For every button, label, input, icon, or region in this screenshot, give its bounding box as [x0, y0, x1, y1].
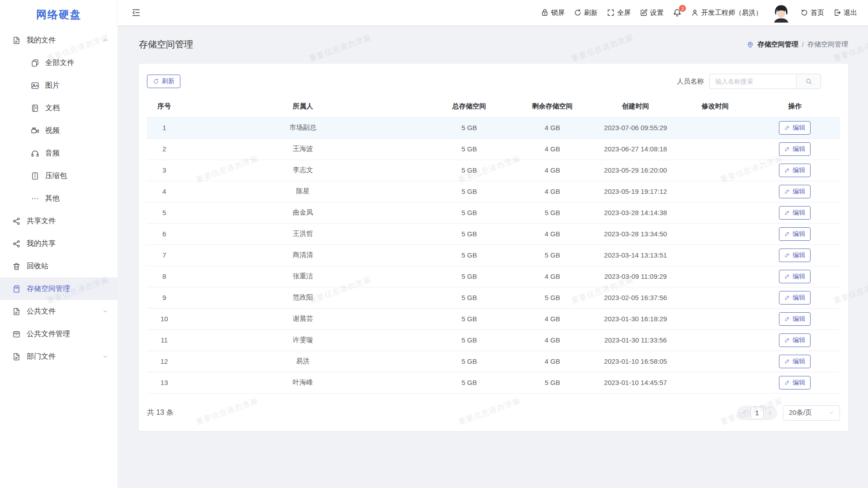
- chevron-up-icon: [102, 37, 108, 43]
- logout-button[interactable]: 退出: [833, 9, 857, 17]
- cell-modified-time: [680, 244, 750, 266]
- table-row[interactable]: 10 谢晨芸 5 GB 4 GB 2023-01-30 16:18:29 编辑: [147, 308, 840, 329]
- cell-modified-time: [680, 351, 750, 372]
- sidebar-item-my-shares[interactable]: 我的共享: [0, 232, 118, 255]
- cell-total-space: 5 GB: [424, 160, 514, 181]
- cell-owner: 易洪: [182, 351, 425, 372]
- cell-owner: 李志文: [182, 160, 425, 181]
- cell-created-time: 2023-05-19 19:17:12: [590, 181, 680, 202]
- cell-no: 11: [147, 329, 182, 351]
- logout-icon: [833, 9, 841, 17]
- lock-screen-button[interactable]: 锁屏: [541, 9, 565, 17]
- sidebar-item-videos[interactable]: 视频: [0, 119, 118, 142]
- edit-button[interactable]: 编辑: [779, 164, 811, 177]
- table-row[interactable]: 6 王洪哲 5 GB 4 GB 2023-03-28 13:34:50 编辑: [147, 223, 840, 244]
- refresh-button[interactable]: 刷新: [574, 9, 598, 17]
- page-size-select[interactable]: 20条/页: [783, 405, 840, 421]
- cell-created-time: 2023-01-30 16:18:29: [590, 308, 680, 329]
- table-body: 1 市场副总 5 GB 4 GB 2023-07-06 09:55:29 编辑 …: [147, 117, 840, 393]
- table-footer: 共 13 条 1 20条/页: [147, 405, 840, 421]
- sidebar-item-audio[interactable]: 音频: [0, 142, 118, 164]
- sidebar-item-archives[interactable]: 压缩包: [0, 164, 118, 187]
- pager-pill: 1: [737, 406, 777, 420]
- search-input[interactable]: [709, 74, 796, 89]
- search-label: 人员名称: [677, 77, 704, 86]
- edit-button[interactable]: 编辑: [779, 270, 811, 283]
- settings-button[interactable]: 设置: [640, 9, 664, 17]
- chevron-down-icon: [102, 353, 108, 360]
- cell-owner: 市场副总: [182, 117, 425, 138]
- user-avatar[interactable]: [771, 3, 791, 23]
- edit-button[interactable]: 编辑: [779, 333, 811, 347]
- refresh-button[interactable]: 刷新: [147, 75, 180, 88]
- cell-created-time: 2023-07-06 09:55:29: [590, 117, 680, 138]
- cell-owner: 许雯璇: [182, 329, 425, 351]
- cell-created-time: 2023-03-28 14:14:38: [590, 202, 680, 223]
- notifications-button[interactable]: 3: [673, 8, 682, 17]
- cell-created-time: 2023-03-09 11:09:29: [590, 266, 680, 287]
- cell-total-space: 5 GB: [424, 223, 514, 244]
- edit-button[interactable]: 编辑: [779, 291, 811, 305]
- edit-button[interactable]: 编辑: [779, 142, 811, 156]
- sidebar-item-recycle-bin[interactable]: 回收站: [0, 255, 118, 277]
- page-head: 存储空间管理 存储空间管理 / 存储空间管理: [139, 25, 848, 64]
- cell-created-time: 2023-01-10 16:58:05: [590, 351, 680, 372]
- table-row[interactable]: 5 曲金凤 5 GB 5 GB 2023-03-28 14:14:38 编辑: [147, 202, 840, 223]
- cell-total-space: 5 GB: [424, 287, 514, 308]
- sidebar-item-department-files[interactable]: 部门文件: [0, 345, 118, 368]
- breadcrumb-item[interactable]: 存储空间管理: [758, 40, 798, 49]
- cell-modified-time: [680, 202, 750, 223]
- edit-button[interactable]: 编辑: [779, 121, 811, 135]
- sidebar-item-all-files[interactable]: 全部文件: [0, 52, 118, 74]
- table-row[interactable]: 9 范政阳 5 GB 5 GB 2023-02-05 16:37:56 编辑: [147, 287, 840, 308]
- table-row[interactable]: 7 商清清 5 GB 5 GB 2023-03-14 13:13:51 编辑: [147, 244, 840, 266]
- edit-button[interactable]: 编辑: [779, 312, 811, 326]
- table-row[interactable]: 12 易洪 5 GB 4 GB 2023-01-10 16:58:05 编辑: [147, 351, 840, 372]
- table-row[interactable]: 8 张重洁 5 GB 4 GB 2023-03-09 11:09:29 编辑: [147, 266, 840, 287]
- edit-button[interactable]: 编辑: [779, 206, 811, 220]
- edit-button[interactable]: 编辑: [779, 249, 811, 262]
- edit-button[interactable]: 编辑: [779, 376, 811, 389]
- edit-button[interactable]: 编辑: [779, 227, 811, 241]
- cell-owner: 叶海峰: [182, 372, 425, 393]
- location-icon: [746, 41, 754, 48]
- sidebar-item-public-files[interactable]: 公共文件: [0, 300, 118, 323]
- current-page[interactable]: 1: [750, 407, 764, 419]
- sidebar-item-shared-files[interactable]: 共享文件: [0, 210, 118, 232]
- cell-total-space: 5 GB: [424, 372, 514, 393]
- collapse-sidebar-button[interactable]: [131, 8, 141, 18]
- sidebar-item-storage-management[interactable]: 存储空间管理: [0, 277, 118, 300]
- cell-total-space: 5 GB: [424, 308, 514, 329]
- sidebar-item-others[interactable]: 其他: [0, 187, 118, 210]
- table-row[interactable]: 13 叶海峰 5 GB 5 GB 2023-01-10 14:45:57 编辑: [147, 372, 840, 393]
- cell-actions: 编辑: [750, 372, 840, 393]
- sidebar-item-documents[interactable]: 文档: [0, 97, 118, 119]
- current-user[interactable]: 开发工程师（易洪）: [691, 9, 762, 17]
- fullscreen-button[interactable]: 全屏: [607, 9, 631, 17]
- file-icon: [12, 307, 21, 316]
- next-page-button[interactable]: [767, 410, 773, 416]
- cell-actions: 编辑: [750, 266, 840, 287]
- edit-icon: [784, 358, 790, 364]
- table-row[interactable]: 1 市场副总 5 GB 4 GB 2023-07-06 09:55:29 编辑: [147, 117, 840, 138]
- cell-actions: 编辑: [750, 329, 840, 351]
- search-button[interactable]: [796, 74, 821, 89]
- sidebar-item-my-files[interactable]: 我的文件: [0, 29, 118, 52]
- edit-button[interactable]: 编辑: [779, 355, 811, 368]
- home-button[interactable]: 首页: [800, 9, 824, 17]
- breadcrumb-item-current: 存储空间管理: [807, 40, 848, 49]
- cell-free-space: 5 GB: [514, 202, 590, 223]
- prev-page-button[interactable]: [741, 410, 747, 416]
- table-row[interactable]: 2 王海波 5 GB 4 GB 2023-06-27 14:08:18 编辑: [147, 138, 840, 160]
- cell-created-time: 2023-06-27 14:08:18: [590, 138, 680, 160]
- video-icon: [31, 127, 39, 135]
- sidebar-item-public-file-management[interactable]: 公共文件管理: [0, 323, 118, 345]
- column-header-5: 修改时间: [680, 96, 750, 117]
- edit-button[interactable]: 编辑: [779, 185, 811, 198]
- sidebar-item-images[interactable]: 图片: [0, 74, 118, 97]
- storage-card: 刷新 人员名称 序号所属人总存储空间剩余存储空间: [139, 64, 848, 431]
- cell-actions: 编辑: [750, 223, 840, 244]
- table-row[interactable]: 3 李志文 5 GB 4 GB 2023-05-29 16:20:00 编辑: [147, 160, 840, 181]
- table-row[interactable]: 11 许雯璇 5 GB 4 GB 2023-01-30 11:33:56 编辑: [147, 329, 840, 351]
- table-row[interactable]: 4 陈星 5 GB 4 GB 2023-05-19 19:17:12 编辑: [147, 181, 840, 202]
